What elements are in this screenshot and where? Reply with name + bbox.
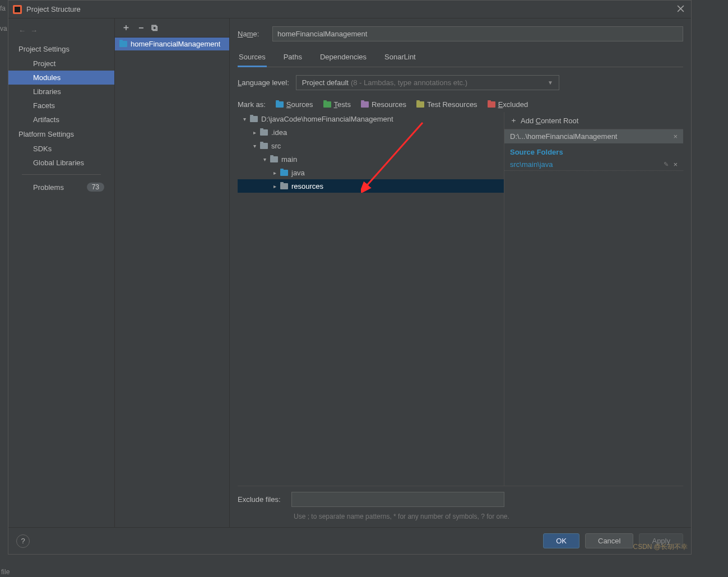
mark-as-label: Mark as: xyxy=(238,100,266,109)
edit-source-folder-icon[interactable]: ✎ xyxy=(664,161,669,168)
plus-icon: ＋ xyxy=(510,115,517,125)
folder-icon xyxy=(250,116,258,122)
section-project-settings: Project Settings xyxy=(8,41,114,57)
tree-row-resources[interactable]: ▸ resources xyxy=(238,179,504,193)
chevron-down-icon: ▼ xyxy=(548,80,553,86)
app-icon xyxy=(13,5,22,14)
nav-libraries[interactable]: Libraries xyxy=(8,85,114,99)
nav-problems[interactable]: Problems 73 xyxy=(8,179,114,195)
tree-label: src xyxy=(271,142,281,150)
module-name: homeFinancialManagement xyxy=(131,40,220,48)
folder-icon xyxy=(270,156,278,162)
tree-label: resources xyxy=(291,182,323,190)
watermark: CSDN @长胡不幸 xyxy=(633,542,688,552)
folder-icon xyxy=(280,183,288,189)
dialog-footer: ? OK Cancel Apply xyxy=(8,527,691,554)
sources-folder-icon xyxy=(280,170,288,176)
mark-test-resources[interactable]: Test Resources xyxy=(416,100,477,109)
exclude-files-label: Exclude files: xyxy=(238,495,286,504)
tree-row-src[interactable]: ▾ src xyxy=(238,139,504,152)
ok-button[interactable]: OK xyxy=(543,533,579,548)
cancel-button[interactable]: Cancel xyxy=(585,533,633,548)
tab-sonarlint[interactable]: SonarLint xyxy=(383,49,417,67)
tree-label: main xyxy=(281,155,297,164)
remove-module-icon[interactable]: − xyxy=(138,23,143,33)
main-panel: Name: Sources Paths Dependencies SonarLi… xyxy=(230,18,691,527)
tab-dependencies[interactable]: Dependencies xyxy=(319,49,368,67)
close-icon[interactable] xyxy=(675,3,687,16)
language-level-select[interactable]: Project default (8 - Lambdas, type annot… xyxy=(296,75,559,90)
language-level-value: Project default xyxy=(302,78,349,87)
titlebar: Project Structure xyxy=(8,1,691,18)
tree-label: D:\javaCode\homeFinancialManagement xyxy=(261,115,393,123)
module-tabs: Sources Paths Dependencies SonarLint xyxy=(238,49,683,67)
language-level-label: Language level: xyxy=(238,78,289,87)
nav-modules[interactable]: Modules xyxy=(8,71,114,85)
language-level-hint: (8 - Lambdas, type annotations etc.) xyxy=(351,78,467,87)
content-roots-panel: ＋ Add Content Root D:\...\homeFinancialM… xyxy=(504,112,683,486)
resources-folder-icon xyxy=(361,101,369,108)
name-label: Name: xyxy=(238,30,266,38)
nav-artifacts[interactable]: Artifacts xyxy=(8,113,114,127)
excluded-folder-icon xyxy=(488,101,495,108)
module-folder-icon xyxy=(119,41,127,47)
section-platform-settings: Platform Settings xyxy=(8,127,114,142)
test-resources-folder-icon xyxy=(416,101,424,108)
nav-facets[interactable]: Facets xyxy=(8,99,114,113)
source-tree[interactable]: ▾ D:\javaCode\homeFinancialManagement ▸ … xyxy=(238,112,504,486)
mark-resources[interactable]: Resources xyxy=(361,100,406,109)
content-root-path-row[interactable]: D:\...\homeFinancialManagement × xyxy=(504,129,683,143)
tree-label: java xyxy=(291,169,305,177)
tree-row-root[interactable]: ▾ D:\javaCode\homeFinancialManagement xyxy=(238,112,504,125)
sources-folder-icon xyxy=(276,101,284,108)
module-list-panel: ＋ − ⧉ homeFinancialManagement xyxy=(115,18,230,527)
exclude-files-input[interactable] xyxy=(291,492,504,507)
remove-content-root-icon[interactable]: × xyxy=(673,132,678,141)
remove-source-folder-icon[interactable]: × xyxy=(673,160,678,169)
source-folder-path: src\main\java xyxy=(510,160,553,169)
source-folder-row[interactable]: src\main\java ✎ × xyxy=(504,159,683,171)
nav-project[interactable]: Project xyxy=(8,57,114,71)
folder-icon xyxy=(260,143,268,149)
content-root-path: D:\...\homeFinancialManagement xyxy=(510,132,617,141)
tab-paths[interactable]: Paths xyxy=(282,49,303,67)
tree-row-main[interactable]: ▾ main xyxy=(238,152,504,166)
tree-row-java[interactable]: ▸ java xyxy=(238,166,504,179)
copy-module-icon[interactable]: ⧉ xyxy=(151,23,157,33)
exclude-files-hint: Use ; to separate name patterns, * for a… xyxy=(238,513,574,527)
nav-back-icon[interactable]: ← xyxy=(18,26,26,35)
module-item-home[interactable]: homeFinancialManagement xyxy=(115,38,229,50)
mark-tests[interactable]: Tests xyxy=(323,100,351,109)
svg-rect-1 xyxy=(15,7,20,12)
mark-sources[interactable]: Sources xyxy=(276,100,313,109)
nav-forward-icon[interactable]: → xyxy=(30,26,38,35)
tree-label: .idea xyxy=(271,128,287,137)
add-content-root-button[interactable]: ＋ Add Content Root xyxy=(504,112,683,129)
problems-label: Problems xyxy=(33,183,64,192)
nav-global-libraries[interactable]: Global Libraries xyxy=(8,156,114,170)
dialog-title: Project Structure xyxy=(26,5,81,13)
tree-row-idea[interactable]: ▸ .idea xyxy=(238,125,504,139)
sidebar: ← → Project Settings Project Modules Lib… xyxy=(8,18,115,527)
help-icon[interactable]: ? xyxy=(16,534,30,548)
add-module-icon[interactable]: ＋ xyxy=(122,22,131,34)
source-folders-header: Source Folders xyxy=(504,143,683,159)
name-input[interactable] xyxy=(272,26,683,41)
folder-icon xyxy=(260,129,268,136)
tab-sources[interactable]: Sources xyxy=(238,49,267,67)
mark-excluded[interactable]: Excluded xyxy=(488,100,528,109)
problems-count-badge: 73 xyxy=(87,183,104,192)
tests-folder-icon xyxy=(323,101,331,108)
nav-sdks[interactable]: SDKs xyxy=(8,142,114,156)
